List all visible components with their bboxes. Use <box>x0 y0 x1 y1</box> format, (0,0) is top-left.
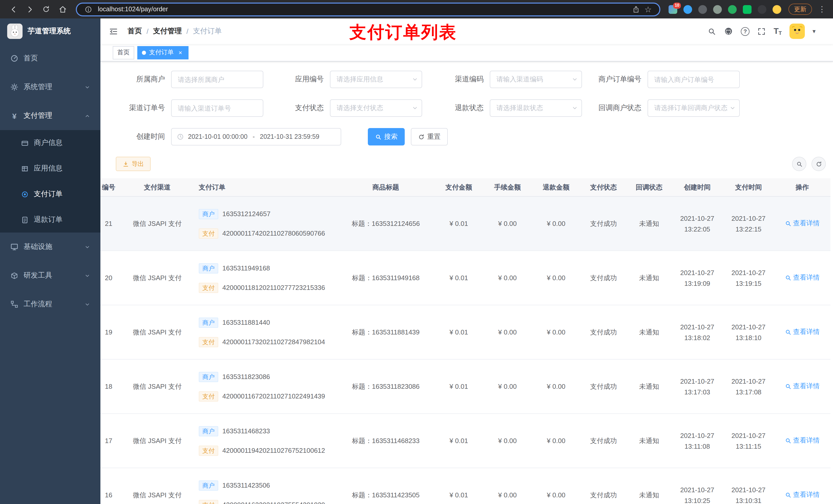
filter-channel-order-no: 渠道订单号 <box>104 99 263 117</box>
sidebar-item-payment[interactable]: ¥ 支付管理 <box>0 101 100 130</box>
table-row: 16 微信 JSAPI 支付 商户 1635311423506 支付 42000… <box>100 468 830 504</box>
app-select[interactable]: 请选择应用信息 <box>330 71 422 88</box>
search-icon[interactable] <box>708 27 716 35</box>
address-bar[interactable]: localhost:1024/pay/order ☆ <box>76 2 660 16</box>
extension-icon[interactable] <box>772 5 781 14</box>
channel-transaction-no: 4200001181202110277723215336 <box>222 284 325 291</box>
cell-action: 查看详情 <box>774 490 830 500</box>
gear-icon <box>10 83 19 91</box>
sidebar-item-infrastructure[interactable]: 基础设施 <box>0 233 100 261</box>
font-size-icon[interactable]: TT <box>774 27 782 36</box>
header-fee: 手续金额 <box>483 183 532 192</box>
sidebar-item-workflow[interactable]: 工作流程 <box>0 290 100 318</box>
breadcrumb-separator: / <box>187 27 189 35</box>
channel-code-select[interactable]: 请输入渠道编码 <box>490 71 582 88</box>
view-detail-link[interactable]: 查看详情 <box>785 273 820 283</box>
cell-refund: ¥ 0.00 <box>532 491 580 499</box>
create-time-range-input[interactable]: 2021-10-01 00:00:00 - 2021-10-31 23:59:5… <box>171 128 341 145</box>
breadcrumb: 首页 / 支付管理 / 支付订单 <box>127 27 222 36</box>
extension-icon[interactable] <box>728 5 737 14</box>
extension-icon[interactable] <box>743 5 752 14</box>
browser-reload-button[interactable] <box>40 3 53 16</box>
extension-icon[interactable]: 10 <box>669 5 677 14</box>
bookmark-star-icon[interactable]: ☆ <box>643 4 653 14</box>
caret-down-icon[interactable]: ▾ <box>812 28 815 35</box>
sidebar-logo[interactable]: 芋道管理系统 <box>0 19 100 44</box>
cell-create-time: 2021-10-27 13:11:08 <box>672 430 723 452</box>
help-icon[interactable]: ? <box>741 27 749 35</box>
view-detail-link[interactable]: 查看详情 <box>785 490 820 500</box>
cell-amount: ¥ 0.01 <box>434 220 483 227</box>
channel-transaction-no: 4200001174202110278060590766 <box>222 230 325 237</box>
chevron-down-icon <box>412 76 418 82</box>
cell-create-time: 2021-10-27 13:19:09 <box>672 267 723 289</box>
filter-label: 支付状态 <box>279 103 330 113</box>
share-icon[interactable] <box>630 4 641 14</box>
merchant-order-no-input[interactable] <box>647 71 740 88</box>
sidebar-fold-icon[interactable] <box>109 26 118 36</box>
sidebar-item-merchant-info[interactable]: 商户信息 <box>0 130 100 156</box>
merchant-order-no: 1635311468233 <box>222 427 270 435</box>
sidebar-item-app-info[interactable]: 应用信息 <box>0 156 100 181</box>
sidebar-item-devtools[interactable]: 研发工具 <box>0 261 100 290</box>
toolbox-icon <box>10 271 19 280</box>
screen: localhost:1024/pay/order ☆ 10 更新 ⋮ 芋道管理系… <box>0 0 833 504</box>
sidebar-item-system[interactable]: 系统管理 <box>0 73 100 101</box>
notify-status-select[interactable]: 请选择订单回调商户状态 <box>647 99 740 117</box>
menu-label: 基础设施 <box>24 242 52 251</box>
pay-tag: 支付 <box>199 391 218 401</box>
extension-icon[interactable] <box>758 5 766 14</box>
browser-menu-button[interactable]: ⋮ <box>816 5 828 14</box>
view-detail-link[interactable]: 查看详情 <box>785 328 820 337</box>
merchant-input[interactable] <box>171 71 263 88</box>
extension-icon[interactable] <box>713 5 722 14</box>
channel-order-no-input[interactable] <box>171 99 263 117</box>
refresh-button[interactable] <box>811 157 826 171</box>
header-notify: 回调状态 <box>626 183 672 192</box>
toggle-search-button[interactable] <box>792 157 806 171</box>
header-amount: 支付金额 <box>434 183 483 192</box>
search-button[interactable]: 搜索 <box>368 128 405 145</box>
breadcrumb-home[interactable]: 首页 <box>127 27 142 36</box>
close-icon[interactable]: × <box>177 49 184 56</box>
browser-home-button[interactable] <box>56 3 69 16</box>
menu-label: 研发工具 <box>24 271 52 280</box>
export-button[interactable]: 导出 <box>116 157 151 171</box>
pay-status-select[interactable]: 请选择支付状态 <box>330 99 422 117</box>
channel-transaction-no: 4200001163202110275554301829 <box>222 501 325 504</box>
extension-badge: 10 <box>673 2 681 8</box>
reset-button[interactable]: 重置 <box>411 128 448 145</box>
browser-forward-button[interactable] <box>23 3 37 16</box>
extension-icon[interactable] <box>684 5 692 14</box>
breadcrumb-section[interactable]: 支付管理 <box>153 27 182 36</box>
cell-id: 18 <box>100 383 124 390</box>
sidebar-item-refund-order[interactable]: 退款订单 <box>0 207 100 233</box>
merchant-tag: 商户 <box>199 480 218 490</box>
cell-refund: ¥ 0.00 <box>532 383 580 390</box>
filter-label: 退款状态 <box>437 103 490 113</box>
filter-merchant: 所属商户 <box>104 71 263 88</box>
credit-card-icon <box>21 139 29 147</box>
cell-amount: ¥ 0.01 <box>434 437 483 445</box>
site-info-icon[interactable] <box>83 4 93 14</box>
extension-icon[interactable] <box>698 5 707 14</box>
fullscreen-icon[interactable] <box>757 27 766 35</box>
merchant-order-no: 1635311949168 <box>222 264 270 272</box>
browser-back-button[interactable] <box>7 3 20 16</box>
view-detail-link[interactable]: 查看详情 <box>785 382 820 391</box>
tab-home[interactable]: 首页 <box>113 46 134 59</box>
cell-fee: ¥ 0.00 <box>483 220 532 227</box>
avatar[interactable] <box>789 24 805 39</box>
github-icon[interactable] <box>724 27 733 36</box>
tab-pay-order[interactable]: 支付订单 × <box>137 46 189 59</box>
refund-status-select[interactable]: 请选择退款状态 <box>490 99 582 117</box>
sidebar-item-pay-order[interactable]: 支付订单 <box>0 181 100 207</box>
view-detail-link[interactable]: 查看详情 <box>785 436 820 446</box>
view-detail-link[interactable]: 查看详情 <box>785 219 820 228</box>
date-end: 2021-10-31 23:59:59 <box>260 133 319 140</box>
browser-update-button[interactable]: 更新 <box>788 4 812 15</box>
sidebar-item-home[interactable]: 首页 <box>0 44 100 73</box>
cell-order: 商户 1635311423506 支付 42000011632021102755… <box>191 480 337 504</box>
sidebar: 芋道管理系统 首页 系统管理 ¥ 支付管理 <box>0 19 100 504</box>
cell-amount: ¥ 0.01 <box>434 274 483 282</box>
